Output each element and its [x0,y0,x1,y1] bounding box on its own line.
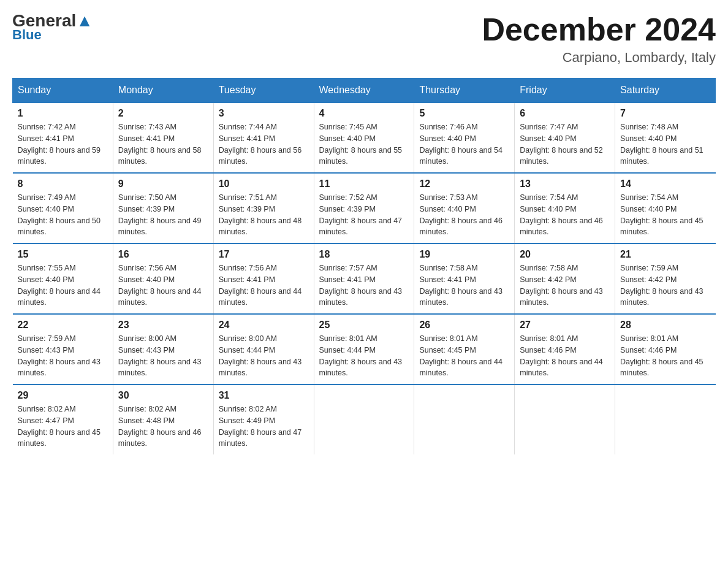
day-info: Sunrise: 7:51 AMSunset: 4:39 PMDaylight:… [219,192,309,238]
day-info: Sunrise: 7:54 AMSunset: 4:40 PMDaylight:… [620,192,710,238]
calendar-cell: 16Sunrise: 7:56 AMSunset: 4:40 PMDayligh… [113,243,213,314]
day-info: Sunrise: 8:00 AMSunset: 4:43 PMDaylight:… [118,333,208,379]
day-number: 22 [18,320,108,331]
calendar-cell: 18Sunrise: 7:57 AMSunset: 4:41 PMDayligh… [314,243,414,314]
calendar-cell: 7Sunrise: 7:48 AMSunset: 4:40 PMDaylight… [615,102,716,173]
day-number: 26 [419,320,509,331]
day-number: 10 [219,178,309,190]
day-number: 13 [520,178,610,190]
day-info: Sunrise: 7:53 AMSunset: 4:40 PMDaylight:… [419,192,509,238]
day-number: 7 [620,108,710,119]
calendar-cell: 12Sunrise: 7:53 AMSunset: 4:40 PMDayligh… [414,173,515,243]
calendar-week-2: 8Sunrise: 7:49 AMSunset: 4:40 PMDaylight… [13,173,716,243]
weekday-header-saturday: Saturday [615,79,716,103]
day-info: Sunrise: 7:48 AMSunset: 4:40 PMDaylight:… [620,121,710,167]
day-info: Sunrise: 7:59 AMSunset: 4:43 PMDaylight:… [18,333,108,379]
day-info: Sunrise: 7:49 AMSunset: 4:40 PMDaylight:… [18,192,108,238]
day-number: 14 [620,178,710,190]
calendar-cell: 2Sunrise: 7:43 AMSunset: 4:41 PMDaylight… [113,102,213,173]
month-title: December 2024 [482,12,716,47]
day-number: 29 [18,390,108,401]
logo-blue-text: Blue [12,27,42,43]
calendar-cell: 1Sunrise: 7:42 AMSunset: 4:41 PMDaylight… [13,102,113,173]
calendar-cell: 10Sunrise: 7:51 AMSunset: 4:39 PMDayligh… [213,173,314,243]
day-number: 16 [118,249,208,260]
calendar-cell: 29Sunrise: 8:02 AMSunset: 4:47 PMDayligh… [13,385,113,454]
day-number: 3 [219,108,309,119]
day-info: Sunrise: 7:43 AMSunset: 4:41 PMDaylight:… [118,121,208,167]
calendar-cell [615,385,716,454]
day-info: Sunrise: 7:50 AMSunset: 4:39 PMDaylight:… [118,192,208,238]
day-number: 15 [18,249,108,260]
day-info: Sunrise: 8:02 AMSunset: 4:47 PMDaylight:… [18,404,108,450]
day-number: 30 [118,390,208,401]
day-info: Sunrise: 7:59 AMSunset: 4:42 PMDaylight:… [620,262,710,308]
weekday-header-row: SundayMondayTuesdayWednesdayThursdayFrid… [13,79,716,103]
day-number: 27 [520,320,610,331]
calendar-cell: 5Sunrise: 7:46 AMSunset: 4:40 PMDaylight… [414,102,515,173]
day-number: 9 [118,178,208,190]
calendar-cell: 14Sunrise: 7:54 AMSunset: 4:40 PMDayligh… [615,173,716,243]
weekday-header-wednesday: Wednesday [314,79,414,103]
day-info: Sunrise: 7:55 AMSunset: 4:40 PMDaylight:… [18,262,108,308]
weekday-header-tuesday: Tuesday [213,79,314,103]
day-info: Sunrise: 7:46 AMSunset: 4:40 PMDaylight:… [419,121,509,167]
calendar-cell: 27Sunrise: 8:01 AMSunset: 4:46 PMDayligh… [515,314,615,385]
title-area: December 2024 Carpiano, Lombardy, Italy [482,12,716,66]
day-number: 1 [18,108,108,119]
day-info: Sunrise: 7:58 AMSunset: 4:41 PMDaylight:… [419,262,509,308]
logo: General▲ Blue [12,12,93,43]
calendar-cell [515,385,615,454]
day-number: 24 [219,320,309,331]
day-info: Sunrise: 7:58 AMSunset: 4:42 PMDaylight:… [520,262,610,308]
calendar-week-3: 15Sunrise: 7:55 AMSunset: 4:40 PMDayligh… [13,243,716,314]
calendar-week-5: 29Sunrise: 8:02 AMSunset: 4:47 PMDayligh… [13,385,716,454]
day-info: Sunrise: 7:44 AMSunset: 4:41 PMDaylight:… [219,121,309,167]
calendar-week-4: 22Sunrise: 7:59 AMSunset: 4:43 PMDayligh… [13,314,716,385]
calendar-cell: 25Sunrise: 8:01 AMSunset: 4:44 PMDayligh… [314,314,414,385]
day-number: 17 [219,249,309,260]
day-number: 12 [419,178,509,190]
calendar-cell: 11Sunrise: 7:52 AMSunset: 4:39 PMDayligh… [314,173,414,243]
calendar-cell: 15Sunrise: 7:55 AMSunset: 4:40 PMDayligh… [13,243,113,314]
calendar-cell: 26Sunrise: 8:01 AMSunset: 4:45 PMDayligh… [414,314,515,385]
day-info: Sunrise: 8:01 AMSunset: 4:44 PMDaylight:… [319,333,409,379]
day-number: 2 [118,108,208,119]
calendar-cell: 6Sunrise: 7:47 AMSunset: 4:40 PMDaylight… [515,102,615,173]
calendar-cell [314,385,414,454]
day-info: Sunrise: 8:01 AMSunset: 4:45 PMDaylight:… [419,333,509,379]
day-info: Sunrise: 7:54 AMSunset: 4:40 PMDaylight:… [520,192,610,238]
day-info: Sunrise: 8:01 AMSunset: 4:46 PMDaylight:… [520,333,610,379]
day-number: 31 [219,390,309,401]
calendar-cell: 4Sunrise: 7:45 AMSunset: 4:40 PMDaylight… [314,102,414,173]
day-number: 4 [319,108,409,119]
day-number: 8 [18,178,108,190]
day-info: Sunrise: 7:57 AMSunset: 4:41 PMDaylight:… [319,262,409,308]
calendar-cell: 28Sunrise: 8:01 AMSunset: 4:46 PMDayligh… [615,314,716,385]
day-number: 23 [118,320,208,331]
day-number: 6 [520,108,610,119]
day-info: Sunrise: 8:00 AMSunset: 4:44 PMDaylight:… [219,333,309,379]
day-number: 19 [419,249,509,260]
day-info: Sunrise: 7:45 AMSunset: 4:40 PMDaylight:… [319,121,409,167]
day-info: Sunrise: 7:47 AMSunset: 4:40 PMDaylight:… [520,121,610,167]
page-header: General▲ Blue December 2024 Carpiano, Lo… [12,12,716,66]
calendar-table: SundayMondayTuesdayWednesdayThursdayFrid… [12,78,716,454]
day-number: 25 [319,320,409,331]
calendar-cell: 24Sunrise: 8:00 AMSunset: 4:44 PMDayligh… [213,314,314,385]
calendar-cell: 23Sunrise: 8:00 AMSunset: 4:43 PMDayligh… [113,314,213,385]
weekday-header-friday: Friday [515,79,615,103]
day-info: Sunrise: 8:01 AMSunset: 4:46 PMDaylight:… [620,333,710,379]
calendar-cell: 8Sunrise: 7:49 AMSunset: 4:40 PMDaylight… [13,173,113,243]
day-number: 11 [319,178,409,190]
calendar-cell: 13Sunrise: 7:54 AMSunset: 4:40 PMDayligh… [515,173,615,243]
calendar-week-1: 1Sunrise: 7:42 AMSunset: 4:41 PMDaylight… [13,102,716,173]
day-info: Sunrise: 7:56 AMSunset: 4:40 PMDaylight:… [118,262,208,308]
calendar-cell: 20Sunrise: 7:58 AMSunset: 4:42 PMDayligh… [515,243,615,314]
day-info: Sunrise: 8:02 AMSunset: 4:48 PMDaylight:… [118,404,208,450]
day-number: 5 [419,108,509,119]
day-number: 20 [520,249,610,260]
calendar-cell: 31Sunrise: 8:02 AMSunset: 4:49 PMDayligh… [213,385,314,454]
day-number: 18 [319,249,409,260]
day-info: Sunrise: 8:02 AMSunset: 4:49 PMDaylight:… [219,404,309,450]
